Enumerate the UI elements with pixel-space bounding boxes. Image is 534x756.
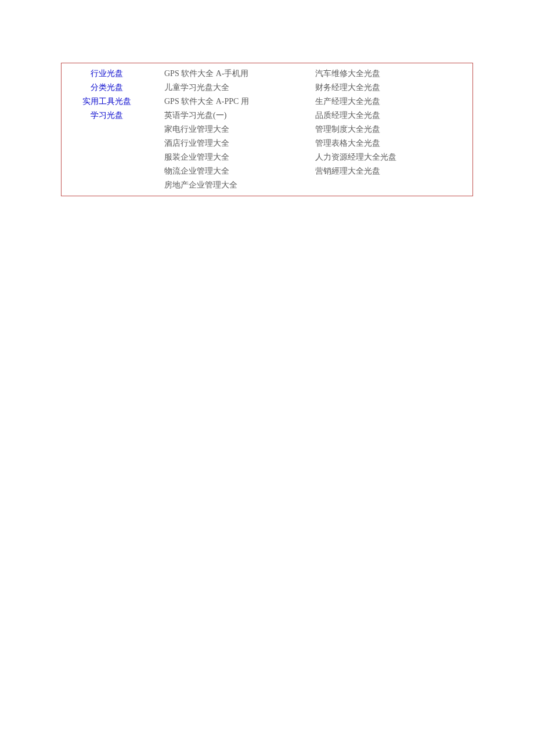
category-box: 行业光盘 分类光盘 实用工具光盘 学习光盘 GPS 软件大全 A-手机用 儿童学… bbox=[61, 63, 473, 196]
product-link[interactable]: 营销經理大全光盘 bbox=[315, 164, 460, 178]
product-link[interactable]: 管理表格大全光盘 bbox=[315, 136, 460, 150]
product-link[interactable]: GPS 软件大全 A-PPC 用 bbox=[164, 95, 298, 109]
product-link[interactable]: 物流企业管理大全 bbox=[164, 164, 298, 178]
product-link[interactable]: 汽车维修大全光盘 bbox=[315, 67, 460, 81]
product-link[interactable]: GPS 软件大全 A-手机用 bbox=[164, 67, 298, 81]
category-link[interactable]: 实用工具光盘 bbox=[66, 95, 147, 109]
product-link[interactable]: 人力资源经理大全光盘 bbox=[315, 150, 460, 164]
category-link[interactable]: 行业光盘 bbox=[66, 67, 147, 81]
product-link[interactable]: 家电行业管理大全 bbox=[164, 123, 298, 136]
product-link[interactable]: 管理制度大全光盘 bbox=[315, 123, 460, 136]
product-link[interactable]: 品质经理大全光盘 bbox=[315, 109, 460, 123]
category-column: 行业光盘 分类光盘 实用工具光盘 学习光盘 bbox=[62, 67, 151, 192]
product-link[interactable]: 英语学习光盘(一) bbox=[164, 109, 298, 123]
category-link[interactable]: 分类光盘 bbox=[66, 81, 147, 95]
product-column-2: 汽车维修大全光盘 财务经理大全光盘 生产经理大全光盘 品质经理大全光盘 管理制度… bbox=[302, 67, 465, 192]
category-link[interactable]: 学习光盘 bbox=[66, 109, 147, 123]
product-link[interactable]: 房地产企业管理大全 bbox=[164, 178, 298, 192]
product-link[interactable]: 财务经理大全光盘 bbox=[315, 81, 460, 95]
product-link[interactable]: 生产经理大全光盘 bbox=[315, 95, 460, 109]
product-column-1: GPS 软件大全 A-手机用 儿童学习光盘大全 GPS 软件大全 A-PPC 用… bbox=[151, 67, 302, 192]
product-link[interactable]: 儿童学习光盘大全 bbox=[164, 81, 298, 95]
product-link[interactable]: 服装企业管理大全 bbox=[164, 150, 298, 164]
product-link[interactable]: 酒店行业管理大全 bbox=[164, 136, 298, 150]
